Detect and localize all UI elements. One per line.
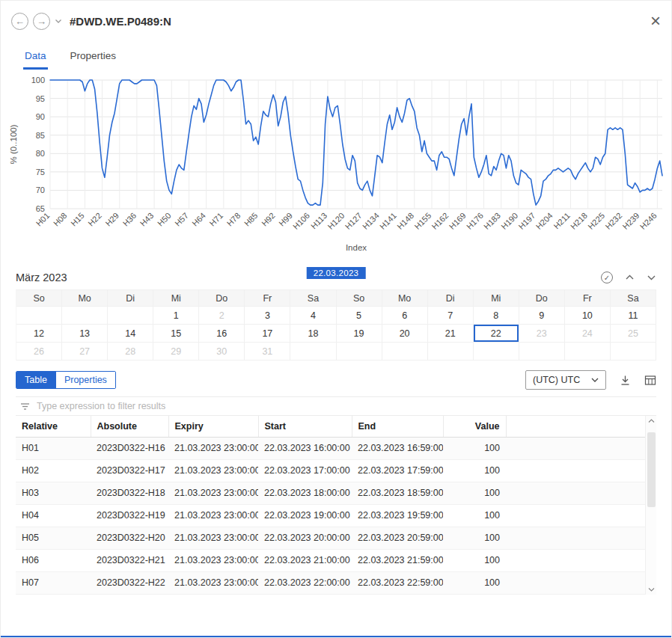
- tab-table-view[interactable]: Table: [16, 372, 55, 388]
- view-switcher: Table Properties: [16, 371, 116, 389]
- back-button[interactable]: ←: [11, 13, 28, 30]
- cell-end: 22.03.2023 17:59:00: [352, 459, 443, 482]
- cell-start: 22.03.2023 16:00:00: [258, 437, 352, 459]
- calendar-day[interactable]: 1: [153, 307, 199, 325]
- tab-properties[interactable]: Properties: [69, 47, 118, 70]
- forward-arrow-icon: →: [37, 16, 46, 27]
- calendar-day[interactable]: 12: [16, 325, 62, 343]
- filter-input[interactable]: [37, 401, 652, 411]
- cell-value: 100: [443, 437, 506, 459]
- calendar-day: 26: [16, 343, 62, 361]
- calendar-day[interactable]: 15: [153, 325, 199, 343]
- calendar-day[interactable]: 13: [62, 325, 108, 343]
- svg-text:H85: H85: [242, 211, 260, 228]
- calendar-weekday: Mo: [382, 290, 428, 307]
- cell-start: 22.03.2023 22:00:00: [258, 571, 352, 594]
- svg-text:H64: H64: [190, 211, 207, 228]
- cell-end: 22.03.2023 19:59:00: [352, 504, 443, 527]
- svg-text:H190: H190: [499, 211, 519, 231]
- svg-text:H43: H43: [138, 211, 156, 228]
- cell-relative: H01: [16, 437, 91, 459]
- calendar-day[interactable]: 18: [290, 325, 336, 343]
- table-settings-icon[interactable]: [644, 375, 656, 386]
- calendar-day[interactable]: 16: [199, 325, 245, 343]
- svg-text:H225: H225: [586, 211, 606, 231]
- page-title: #DWD.WE.P0489:N: [70, 15, 171, 28]
- calendar-day[interactable]: 7: [428, 307, 474, 325]
- cell-filler: [506, 549, 645, 571]
- cell-filler: [506, 571, 645, 594]
- svg-text:H22: H22: [86, 211, 103, 228]
- calendar-day[interactable]: 17: [245, 325, 290, 343]
- calendar-day: 24: [565, 325, 611, 343]
- cell-value: 100: [443, 571, 506, 594]
- calendar-tools: ✓: [601, 272, 656, 283]
- cell-value: 100: [443, 527, 506, 549]
- calendar-day-selected[interactable]: 22: [474, 325, 519, 343]
- cell-relative: H02: [16, 459, 91, 482]
- calendar-day[interactable]: 19: [337, 325, 382, 343]
- calendar-day[interactable]: 14: [108, 325, 153, 343]
- prev-month-chevron-up-icon[interactable]: [625, 274, 635, 280]
- svg-text:H29: H29: [103, 211, 120, 228]
- forward-button[interactable]: →: [33, 13, 50, 30]
- calendar-day[interactable]: 3: [245, 307, 290, 325]
- download-icon[interactable]: [620, 375, 631, 386]
- svg-text:H239: H239: [621, 211, 641, 231]
- tab-data[interactable]: Data: [23, 47, 48, 70]
- calendar-day[interactable]: 10: [565, 307, 611, 325]
- column-header-start[interactable]: Start: [258, 416, 352, 437]
- calendar-day[interactable]: 8: [474, 307, 519, 325]
- svg-text:75: 75: [36, 168, 45, 177]
- chart-canvas: 65707580859095100H01H08H15H22H29H36H43H5…: [7, 73, 667, 257]
- svg-text:H148: H148: [395, 211, 415, 231]
- calendar-day[interactable]: 5: [337, 307, 382, 325]
- calendar-day[interactable]: 20: [382, 325, 428, 343]
- calendar-day[interactable]: 6: [382, 307, 428, 325]
- calendar-day[interactable]: 11: [611, 307, 656, 325]
- svg-text:H176: H176: [465, 211, 485, 231]
- calendar-month-label: März 2023: [16, 272, 67, 283]
- cell-relative: H07: [16, 571, 91, 594]
- column-header-expiry[interactable]: Expiry: [168, 416, 258, 437]
- line-chart: 65707580859095100H01H08H15H22H29H36H43H5…: [1, 70, 671, 260]
- scroll-down-icon[interactable]: [648, 587, 655, 592]
- svg-text:H92: H92: [260, 211, 277, 228]
- calendar-day[interactable]: 4: [290, 307, 336, 325]
- calendar-day: [290, 343, 336, 361]
- column-header-end[interactable]: End: [352, 416, 443, 437]
- column-header-absolute[interactable]: Absolute: [91, 416, 168, 437]
- scroll-up-icon[interactable]: [648, 419, 655, 423]
- table-row[interactable]: H042023D0322-H1921.03.2023 23:00:0022.03…: [16, 504, 645, 527]
- calendar-weekday: Mi: [474, 290, 519, 307]
- column-header-relative[interactable]: Relative: [16, 416, 91, 437]
- today-check-icon[interactable]: ✓: [601, 272, 613, 283]
- table-row[interactable]: H032023D0322-H1821.03.2023 23:00:0022.03…: [16, 482, 645, 504]
- table-row[interactable]: H012023D0322-H1621.03.2023 23:00:0022.03…: [16, 437, 645, 459]
- svg-text:H141: H141: [378, 211, 398, 231]
- calendar-day[interactable]: 9: [519, 307, 565, 325]
- chart-gridlines: [50, 80, 662, 209]
- calendar-grid: SoMoDiMiDoFrSaSoMoDiMiDoFrSa123456789101…: [16, 289, 656, 361]
- calendar-day: [519, 343, 565, 361]
- column-header-value[interactable]: Value: [443, 416, 506, 437]
- tab-table-properties[interactable]: Properties: [55, 372, 115, 388]
- table-row[interactable]: H062023D0322-H2121.03.2023 23:00:0022.03…: [16, 549, 645, 571]
- calendar-day: 25: [611, 325, 656, 343]
- history-chevron-down-icon[interactable]: [55, 19, 62, 24]
- table-row[interactable]: H072023D0322-H2221.03.2023 23:00:0022.03…: [16, 571, 645, 594]
- cell-start: 22.03.2023 17:00:00: [258, 459, 352, 482]
- close-button[interactable]: ×: [650, 12, 661, 30]
- svg-text:H204: H204: [534, 211, 555, 231]
- calendar-weekday: Di: [108, 290, 153, 307]
- scrollbar-thumb[interactable]: [647, 432, 656, 507]
- svg-text:H246: H246: [638, 211, 659, 231]
- table-row[interactable]: H052023D0322-H2021.03.2023 23:00:0022.03…: [16, 527, 645, 549]
- timezone-select[interactable]: (UTC) UTC: [525, 370, 606, 390]
- table-row[interactable]: H022023D0322-H1721.03.2023 23:00:0022.03…: [16, 459, 645, 482]
- next-month-chevron-down-icon[interactable]: [647, 274, 656, 280]
- calendar-day: [108, 307, 153, 325]
- vertical-scrollbar[interactable]: [645, 416, 656, 595]
- cell-filler: [506, 527, 645, 549]
- calendar-day[interactable]: 21: [428, 325, 474, 343]
